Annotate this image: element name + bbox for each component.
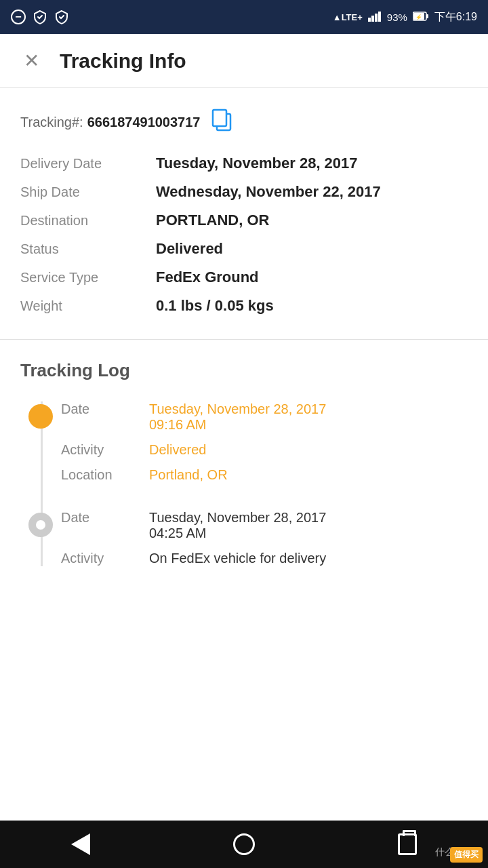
tracking-number: 666187491003717 [87,115,201,130]
signal-bars [368,11,382,24]
destination-value: PORTLAND, OR [156,212,468,229]
log-date-value-2: Tuesday, November 28, 201704:25 AM [149,510,468,541]
log-activity-value-2: On FedEx vehicle for delivery [149,551,468,566]
close-button[interactable]: ✕ [16,46,46,76]
timeline-item-2: Date Tuesday, November 28, 201704:25 AM … [61,510,468,566]
tracking-info-section: Tracking#: 666187491003717 Delivery Date… [0,88,488,340]
svg-rect-0 [368,18,371,22]
svg-text:⚡: ⚡ [415,14,422,20]
status-bar: − ▲LTE+ 93% [0,0,488,34]
destination-label: Destination [20,212,156,229]
shield-icon-1 [33,9,47,24]
status-label: Status [20,240,156,257]
status-bar-left: − [11,9,69,24]
status-bar-right: ▲LTE+ 93% ⚡ 下午6:19 [333,10,477,24]
service-type-label: Service Type [20,269,156,285]
page-title: Tracking Info [60,50,186,73]
svg-rect-2 [375,14,378,22]
zhi-badge: 值得买 [450,847,483,863]
ship-date-label: Ship Date [20,183,156,200]
destination-row: Destination PORTLAND, OR [20,212,468,229]
weight-row: Weight 0.1 lbs / 0.05 kgs [20,297,468,315]
minus-icon: − [11,9,26,24]
battery-icon: ⚡ [413,12,429,23]
log-date-label-2: Date [61,510,149,526]
log-location-label-1: Location [61,467,149,483]
time-display: 下午6:19 [434,10,477,24]
timeline: Date Tuesday, November 28, 201709:16 AM … [20,401,468,566]
weight-label: Weight [20,297,156,314]
signal-icon: ▲LTE+ [333,12,363,22]
status-row: Status Delivered [20,240,468,258]
copy-button[interactable] [211,108,236,136]
ship-date-row: Ship Date Wednesday, November 22, 2017 [20,183,468,201]
log-activity-row-2: Activity On FedEx vehicle for delivery [61,551,468,566]
svg-rect-3 [378,12,381,22]
log-date-row-2: Date Tuesday, November 28, 201704:25 AM [61,510,468,541]
service-type-row: Service Type FedEx Ground [20,269,468,286]
delivery-date-value: Tuesday, November 28, 2017 [156,155,468,172]
log-date-value-1: Tuesday, November 28, 201709:16 AM [149,401,468,433]
tracking-log-title: Tracking Log [20,360,468,381]
back-button[interactable] [71,833,90,855]
close-icon: ✕ [24,52,39,71]
log-activity-value-1: Delivered [149,442,468,458]
delivery-date-row: Delivery Date Tuesday, November 28, 2017 [20,155,468,172]
timeline-item-1: Date Tuesday, November 28, 201709:16 AM … [61,401,468,483]
svg-rect-1 [371,16,374,22]
home-icon [233,833,255,855]
log-date-label-1: Date [61,401,149,417]
bottom-navigation [0,821,488,868]
tracking-number-row: Tracking#: 666187491003717 [20,108,468,136]
svg-rect-5 [426,14,428,18]
recent-button[interactable] [398,833,417,855]
ship-date-value: Wednesday, November 22, 2017 [156,183,468,201]
tracking-log-section: Tracking Log Date Tuesday, November 28, … [0,340,488,566]
delivery-date-label: Delivery Date [20,155,156,172]
timeline-dot-1 [28,404,53,429]
home-button[interactable] [233,833,255,855]
log-activity-label-1: Activity [61,442,149,458]
app-header: ✕ Tracking Info [0,34,488,88]
svg-rect-9 [213,110,226,126]
log-date-row-1: Date Tuesday, November 28, 201709:16 AM [61,401,468,433]
log-activity-label-2: Activity [61,551,149,566]
log-activity-row-1: Activity Delivered [61,442,468,458]
weight-value: 0.1 lbs / 0.05 kgs [156,297,468,315]
status-value: Delivered [156,240,468,258]
log-location-value-1: Portland, OR [149,467,468,483]
battery-percent: 93% [387,12,407,23]
shield-icon-2 [54,9,69,24]
timeline-dot-2 [28,513,53,537]
recent-icon [398,833,417,855]
back-icon [71,833,90,855]
tracking-label: Tracking#: [20,115,83,130]
log-location-row-1: Location Portland, OR [61,467,468,483]
service-type-value: FedEx Ground [156,269,468,286]
